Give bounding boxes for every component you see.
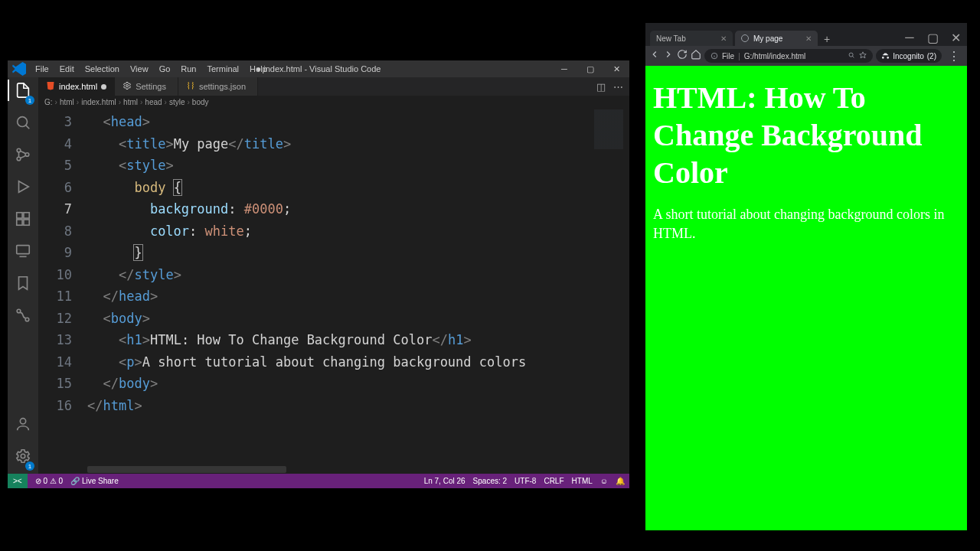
- git-graph-icon[interactable]: [15, 307, 31, 327]
- code-line[interactable]: </style>: [87, 264, 629, 286]
- run-debug-icon[interactable]: [15, 178, 31, 198]
- new-tab-button[interactable]: +: [820, 32, 834, 46]
- browser-menu-icon[interactable]: ⋮: [945, 49, 963, 64]
- breadcrumb-segment[interactable]: G:: [44, 98, 53, 106]
- url-scheme: File: [722, 52, 734, 60]
- search-in-page-icon[interactable]: [848, 51, 855, 60]
- browser-tabbar: New Tab✕My page✕+ ─ ▢ ✕: [645, 29, 967, 46]
- close-button[interactable]: ✕: [603, 60, 629, 77]
- breadcrumb-segment[interactable]: style: [169, 98, 185, 106]
- problems-indicator[interactable]: ⊘ 0 ⚠ 0: [35, 477, 63, 485]
- extensions-icon[interactable]: [15, 210, 31, 230]
- editor-area: index.htmlSettingssettings.json ◫ ⋯ G:›h…: [38, 77, 629, 474]
- remote-indicator[interactable]: ><: [8, 474, 28, 488]
- breadcrumb-segment[interactable]: index.html: [81, 98, 116, 106]
- browser-tab-my-page[interactable]: My page✕: [735, 31, 818, 46]
- home-button[interactable]: [691, 49, 701, 63]
- code-line[interactable]: </html>: [87, 395, 629, 417]
- settings-gear-icon[interactable]: 1: [15, 448, 31, 468]
- menu-file[interactable]: File: [31, 63, 54, 75]
- minimap[interactable]: [594, 109, 623, 209]
- accounts-icon[interactable]: [15, 416, 31, 435]
- browser-tab-new-tab[interactable]: New Tab✕: [650, 31, 733, 46]
- menu-go[interactable]: Go: [155, 63, 175, 75]
- line-number: 16: [38, 395, 72, 417]
- live-share-button[interactable]: 🔗 Live Share: [70, 477, 119, 485]
- browser-titlebar[interactable]: [645, 23, 967, 29]
- menu-edit[interactable]: Edit: [55, 63, 79, 75]
- incognito-indicator[interactable]: Incognito (2): [876, 49, 942, 63]
- code-editor[interactable]: 345678910111213141516 <head> <title>My p…: [38, 108, 629, 474]
- more-actions-icon[interactable]: ⋯: [613, 81, 623, 93]
- json-file-icon: [186, 81, 195, 92]
- menu-selection[interactable]: Selection: [80, 63, 124, 75]
- explorer-icon[interactable]: 1: [15, 82, 31, 102]
- close-tab-icon[interactable]: ✕: [720, 34, 727, 43]
- code-line[interactable]: <style>: [87, 155, 629, 177]
- code-line[interactable]: </head>: [87, 285, 629, 308]
- code-line[interactable]: <h1>HTML: How To Change Background Color…: [87, 329, 629, 351]
- bookmarks-icon[interactable]: [15, 275, 31, 295]
- breadcrumb[interactable]: G:›html›index.html›html›head›style›body: [38, 96, 629, 108]
- line-number: 3: [38, 111, 72, 133]
- indent-setting[interactable]: Spaces: 2: [473, 477, 507, 485]
- browser-maximize-button[interactable]: ▢: [921, 29, 944, 46]
- code-line[interactable]: }: [87, 242, 629, 264]
- maximize-button[interactable]: ▢: [577, 60, 603, 77]
- split-editor-icon[interactable]: ◫: [596, 81, 606, 93]
- eol-setting[interactable]: CRLF: [544, 477, 564, 485]
- language-mode[interactable]: HTML: [572, 477, 593, 485]
- svg-point-14: [20, 419, 25, 424]
- svg-rect-9: [24, 220, 29, 225]
- search-icon[interactable]: [15, 114, 31, 134]
- remote-explorer-icon[interactable]: [15, 243, 31, 262]
- menu-view[interactable]: View: [126, 63, 153, 75]
- code-line[interactable]: <title>My page</title>: [87, 133, 629, 155]
- horizontal-scrollbar[interactable]: [87, 466, 286, 473]
- code-line[interactable]: <head>: [87, 111, 629, 133]
- line-number: 6: [38, 177, 72, 199]
- close-tab-icon[interactable]: ✕: [805, 34, 812, 43]
- minimize-button[interactable]: ─: [551, 60, 577, 77]
- menu-terminal[interactable]: Terminal: [203, 63, 244, 75]
- back-button[interactable]: [649, 49, 660, 63]
- code-line[interactable]: background: #0000;: [87, 198, 629, 220]
- cursor-position[interactable]: Ln 7, Col 26: [424, 477, 466, 485]
- tab-label: settings.json: [199, 82, 246, 91]
- site-info-icon[interactable]: [710, 52, 718, 60]
- encoding-setting[interactable]: UTF-8: [514, 477, 536, 485]
- editor-tab-settings-json[interactable]: settings.json: [178, 77, 258, 96]
- page-paragraph: A short tutorial about changing backgrou…: [653, 205, 959, 243]
- reload-button[interactable]: [677, 49, 688, 63]
- svg-marker-22: [860, 52, 866, 58]
- browser-close-button[interactable]: ✕: [944, 29, 967, 46]
- menu-run[interactable]: Run: [176, 63, 201, 75]
- address-bar[interactable]: File | G:/html/index.html: [704, 49, 873, 63]
- feedback-icon[interactable]: ☺: [600, 477, 608, 485]
- browser-tab-label: New Tab: [656, 34, 686, 43]
- dirty-indicator-icon: [101, 84, 106, 90]
- source-control-icon[interactable]: [15, 146, 31, 166]
- window-controls: ─ ▢ ✕: [551, 60, 629, 77]
- bookmark-star-icon[interactable]: [859, 51, 867, 60]
- forward-button[interactable]: [663, 49, 674, 63]
- page-viewport[interactable]: HTML: How To Change Background Color A s…: [645, 66, 967, 530]
- svg-rect-7: [24, 213, 29, 218]
- notifications-icon[interactable]: 🔔: [616, 477, 625, 485]
- breadcrumb-segment[interactable]: html: [60, 98, 74, 106]
- code-content[interactable]: <head> <title>My page</title> <style> bo…: [87, 108, 629, 474]
- chevron-right-icon: ›: [55, 98, 57, 106]
- breadcrumb-segment[interactable]: head: [145, 98, 162, 106]
- breadcrumb-segment[interactable]: html: [123, 98, 138, 106]
- code-line[interactable]: <body>: [87, 308, 629, 330]
- code-line[interactable]: body {: [87, 177, 629, 199]
- breadcrumb-segment[interactable]: body: [192, 98, 209, 106]
- code-line[interactable]: <p>A short tutorial about changing backg…: [87, 351, 629, 373]
- editor-tab-index-html[interactable]: index.html: [38, 77, 115, 96]
- editor-tab-settings[interactable]: Settings: [115, 77, 178, 96]
- menu-help[interactable]: Help: [245, 63, 272, 75]
- code-line[interactable]: color: white;: [87, 220, 629, 243]
- code-line[interactable]: </body>: [87, 373, 629, 395]
- browser-minimize-button[interactable]: ─: [898, 29, 921, 46]
- vscode-titlebar[interactable]: FileEditSelectionViewGoRunTerminalHelp ●…: [8, 60, 629, 77]
